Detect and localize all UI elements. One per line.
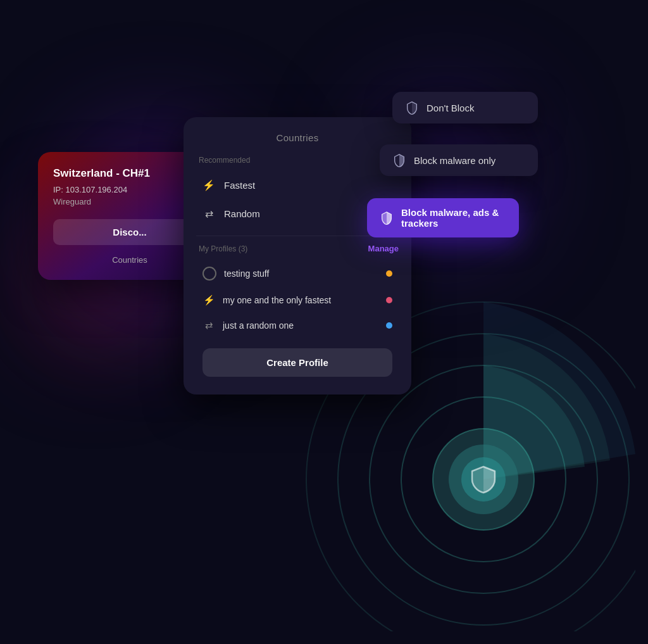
profile-bolt-icon: ⚡: [202, 294, 215, 306]
profile-item-3[interactable]: ⇄ just a random one: [196, 313, 399, 338]
my-profiles-label: My Profiles (3): [196, 244, 247, 253]
create-profile-button[interactable]: Create Profile: [202, 348, 392, 377]
profile-shuffle-icon: ⇄: [202, 320, 215, 331]
profile-dot-1: [386, 270, 392, 277]
shield-half-icon: [392, 153, 406, 167]
dont-block-label: Don't Block: [427, 103, 474, 113]
profile-item-2[interactable]: ⚡ my one and the only fastest: [196, 287, 399, 313]
random-label: Random: [224, 208, 260, 219]
shuffle-icon: ⇄: [202, 208, 215, 220]
fastest-label: Fastest: [224, 180, 255, 191]
my-profiles-header: My Profiles (3) Manage: [196, 244, 399, 253]
recommended-label: Recommended: [196, 156, 399, 165]
countries-panel: Countries Recommended ⚡ Fastest ⇄ Random…: [184, 117, 411, 395]
profile-name-3: just a random one: [223, 320, 294, 331]
divider-1: [196, 236, 399, 236]
panel-title: Countries: [196, 132, 399, 143]
manage-link[interactable]: Manage: [368, 244, 399, 253]
profile-name-2: my one and the only fastest: [223, 295, 331, 305]
block-malware-ads-card[interactable]: Block malware, ads &trackers: [367, 198, 519, 237]
profile-dot-3: [386, 322, 392, 329]
profile-icon-1: [202, 267, 216, 281]
shield-filled-icon: [380, 211, 394, 225]
block-malware-label: Block malware only: [414, 155, 495, 166]
block-malware-card[interactable]: Block malware only: [380, 144, 538, 176]
bolt-icon: ⚡: [202, 179, 215, 191]
shield-outline-icon: [405, 101, 419, 115]
profile-dot-2: [386, 297, 392, 303]
dont-block-card[interactable]: Don't Block: [392, 92, 538, 123]
profile-name-1: testing stuff: [224, 268, 269, 279]
block-malware-ads-label: Block malware, ads &trackers: [401, 207, 499, 229]
fastest-item[interactable]: ⚡ Fastest: [196, 171, 399, 199]
profile-item-1[interactable]: testing stuff: [196, 260, 399, 287]
